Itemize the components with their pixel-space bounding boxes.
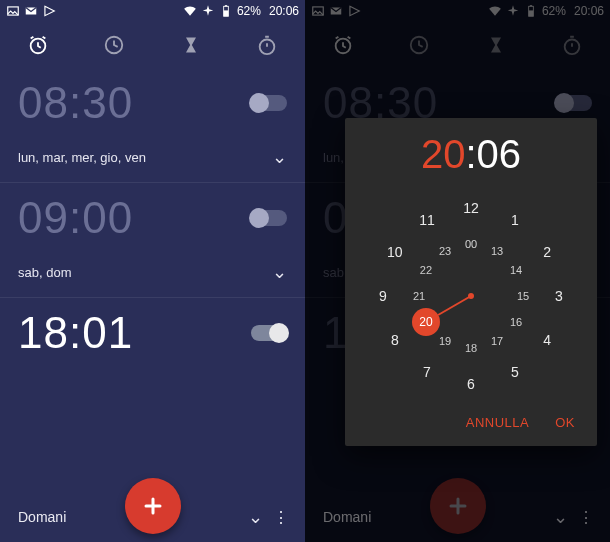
alarm-time[interactable]: 08:30 [18, 78, 133, 128]
svg-rect-4 [225, 5, 227, 6]
alarm-time[interactable]: 09:00 [18, 193, 133, 243]
chevron-down-icon[interactable]: ⌄ [272, 146, 287, 168]
tab-bar [0, 22, 305, 68]
clock-hour-19[interactable]: 19 [439, 335, 451, 347]
tab-stopwatch[interactable] [255, 33, 279, 57]
battery-pct: 62% [237, 4, 261, 18]
airplane-icon [201, 4, 215, 18]
alarm-item[interactable]: 18:01 [0, 298, 305, 364]
svg-rect-3 [224, 10, 229, 16]
clock-hour-15[interactable]: 15 [517, 290, 529, 302]
clock-hour-11[interactable]: 11 [419, 212, 435, 228]
alarm-toggle[interactable] [251, 95, 287, 111]
alarm-toggle[interactable] [251, 325, 287, 341]
clock-hour-7[interactable]: 7 [423, 364, 431, 380]
battery-icon [219, 4, 233, 18]
status-bar: 62% 20:06 [0, 0, 305, 22]
clock-hour-18[interactable]: 18 [465, 342, 477, 354]
clock-hour-12[interactable]: 12 [463, 200, 479, 216]
clock-selected[interactable]: 20 [412, 308, 440, 336]
tab-clock[interactable] [102, 33, 126, 57]
clock-hour-14[interactable]: 14 [510, 264, 522, 276]
tab-timer[interactable] [179, 33, 203, 57]
screen-time-picker: 62% 20:06 08:30 lun, mar, mer, gio, ven⌄… [305, 0, 610, 542]
tab-alarm[interactable] [26, 33, 50, 57]
chevron-down-icon[interactable]: ⌄ [248, 506, 263, 528]
clock-hour-6[interactable]: 6 [467, 376, 475, 392]
clock-hour-4[interactable]: 4 [543, 332, 551, 348]
clock-hour-3[interactable]: 3 [555, 288, 563, 304]
clock-center [468, 293, 474, 299]
picture-icon [6, 4, 20, 18]
alarm-days: Domani [18, 509, 66, 525]
play-icon [42, 4, 56, 18]
alarm-time[interactable]: 18:01 [18, 308, 133, 358]
alarm-toggle[interactable] [251, 210, 287, 226]
alarm-item[interactable]: 08:30 lun, mar, mer, gio, ven ⌄ [0, 68, 305, 183]
ok-button[interactable]: OK [555, 415, 575, 430]
clock-hour-10[interactable]: 10 [387, 244, 403, 260]
clock-hand [438, 295, 472, 316]
clock-text: 20:06 [269, 4, 299, 18]
alarm-days: sab, dom [18, 265, 71, 280]
wifi-icon [183, 4, 197, 18]
clock-hour-17[interactable]: 17 [491, 335, 503, 347]
clock-face[interactable]: 121234567891011001314151617181920212223 [366, 191, 576, 401]
clock-hour-00[interactable]: 00 [465, 238, 477, 250]
overflow-icon[interactable]: ⋮ [273, 508, 287, 527]
clock-hour-21[interactable]: 21 [413, 290, 425, 302]
chevron-down-icon[interactable]: ⌄ [272, 261, 287, 283]
clock-hour-8[interactable]: 8 [391, 332, 399, 348]
alarm-days: lun, mar, mer, gio, ven [18, 150, 146, 165]
screen-alarms: 62% 20:06 08:30 lun, mar, mer, gio, ven … [0, 0, 305, 542]
clock-hour-5[interactable]: 5 [511, 364, 519, 380]
picker-minute[interactable]: 06 [477, 132, 522, 176]
alarm-item[interactable]: 09:00 sab, dom ⌄ [0, 183, 305, 298]
time-picker-dialog: 20:06 1212345678910110013141516171819202… [345, 118, 597, 446]
clock-hour-1[interactable]: 1 [511, 212, 519, 228]
clock-hour-9[interactable]: 9 [379, 288, 387, 304]
cancel-button[interactable]: ANNULLA [466, 415, 529, 430]
alarm-list: 08:30 lun, mar, mer, gio, ven ⌄ 09:00 sa… [0, 68, 305, 364]
clock-hour-22[interactable]: 22 [420, 264, 432, 276]
mail-icon [24, 4, 38, 18]
add-alarm-button[interactable] [125, 478, 181, 534]
picker-header: 20:06 [345, 132, 597, 185]
picker-hour[interactable]: 20 [421, 132, 466, 176]
clock-hour-23[interactable]: 23 [439, 245, 451, 257]
clock-hour-13[interactable]: 13 [491, 245, 503, 257]
clock-hour-16[interactable]: 16 [510, 316, 522, 328]
clock-hour-2[interactable]: 2 [543, 244, 551, 260]
